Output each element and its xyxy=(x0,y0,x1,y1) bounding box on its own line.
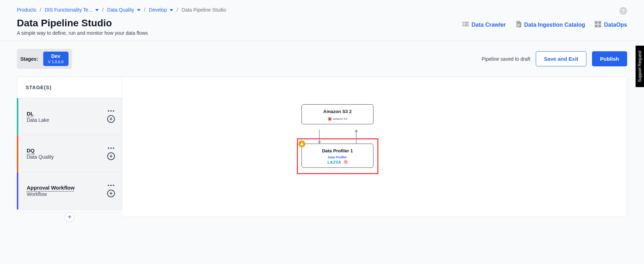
svg-rect-9 xyxy=(595,21,598,24)
warning-icon xyxy=(298,140,305,147)
list-icon xyxy=(462,22,469,28)
breadcrumb-dataquality[interactable]: Data Quality xyxy=(107,7,141,13)
stage-add-icon[interactable]: + xyxy=(107,152,115,160)
connector-arrow-down xyxy=(319,130,320,144)
publish-button[interactable]: Publish xyxy=(592,51,627,66)
stage-card-approval[interactable]: Approval Workflow Workflow + xyxy=(17,172,122,210)
dataops-link[interactable]: DataOps xyxy=(595,21,627,29)
svg-rect-5 xyxy=(464,25,469,26)
stage-name: Data Lake xyxy=(27,117,49,123)
data-crawler-link[interactable]: Data Crawler xyxy=(462,22,506,28)
breadcrumb-separator: / xyxy=(102,7,104,13)
stage-card-dl[interactable]: DL Data Lake + xyxy=(17,98,122,135)
sidebar-header: STAGE(S) xyxy=(17,77,122,98)
stage-more-icon[interactable] xyxy=(108,185,114,186)
breadcrumb-separator: / xyxy=(40,7,41,13)
svg-rect-1 xyxy=(464,22,469,23)
stage-code: Approval Workflow xyxy=(27,185,74,191)
stage-more-icon[interactable] xyxy=(108,110,114,112)
connector-arrow-up xyxy=(356,130,357,144)
stages-sidebar: STAGE(S) DL Data Lake + DQ Data Quality … xyxy=(17,77,122,217)
lazsa-logo-icon: LAZSA xyxy=(327,160,341,164)
node-subtitle: Data Profiler xyxy=(305,156,370,159)
stages-selector[interactable]: Stages: Dev V 1.0.0.0 xyxy=(17,49,72,69)
env-badge: Dev V 1.0.0.0 xyxy=(43,52,69,66)
help-icon[interactable]: ? xyxy=(619,7,627,15)
caret-down-icon xyxy=(170,9,173,11)
node-title: Amazon S3 2 xyxy=(305,109,370,114)
node-data-profiler[interactable]: Data Profiler 1 Data Profiler LAZSA xyxy=(301,144,373,168)
svg-rect-12 xyxy=(598,25,601,27)
grid-icon xyxy=(595,21,601,29)
svg-rect-4 xyxy=(462,25,464,26)
stage-name: Data Quality xyxy=(27,154,54,160)
svg-rect-11 xyxy=(595,25,598,27)
svg-rect-0 xyxy=(462,22,464,23)
stages-label: Stages: xyxy=(20,56,38,62)
support-request-tab[interactable]: Support Request xyxy=(636,46,644,87)
breadcrumb: Products / DIS Functionality Te... / Dat… xyxy=(17,7,226,13)
breadcrumb-separator: / xyxy=(144,7,145,13)
stage-name: Workflow xyxy=(27,191,74,197)
node-title: Data Profiler 1 xyxy=(305,148,370,153)
breadcrumb-products[interactable]: Products xyxy=(17,7,36,13)
stage-code: DQ xyxy=(27,147,54,153)
status-dot-icon xyxy=(343,159,348,164)
page-title: Data Pipeline Studio xyxy=(17,18,226,29)
save-and-exit-button[interactable]: Save and Exit xyxy=(536,51,586,66)
add-stage-button[interactable]: + xyxy=(65,212,74,222)
stage-add-icon[interactable]: + xyxy=(107,190,115,197)
svg-rect-8 xyxy=(517,26,519,27)
data-ingestion-catalog-link[interactable]: Data Ingestion Catalog xyxy=(516,21,585,29)
pipeline-canvas[interactable]: Amazon S3 2 ▣ amazon S3 Data Profiler 1 … xyxy=(122,77,627,217)
breadcrumb-separator: / xyxy=(177,7,178,13)
page-subtitle: A simple way to define, run and monitor … xyxy=(17,30,226,36)
svg-rect-7 xyxy=(517,25,520,26)
breadcrumb-develop[interactable]: Develop xyxy=(149,7,173,13)
svg-rect-6 xyxy=(517,24,520,25)
svg-rect-2 xyxy=(462,24,464,25)
stage-card-dq[interactable]: DQ Data Quality + xyxy=(17,135,122,172)
aws-s3-icon: ▣ amazon S3 xyxy=(305,116,370,121)
svg-rect-3 xyxy=(464,24,469,25)
stage-add-icon[interactable]: + xyxy=(107,115,115,123)
caret-down-icon xyxy=(137,9,141,11)
breadcrumb-current: Data Pipeline Studio xyxy=(182,7,226,13)
document-icon xyxy=(516,21,521,29)
node-amazon-s3[interactable]: Amazon S3 2 ▣ amazon S3 xyxy=(301,104,373,124)
stage-more-icon[interactable] xyxy=(108,147,114,149)
stage-code: DL xyxy=(27,111,49,117)
breadcrumb-project[interactable]: DIS Functionality Te... xyxy=(45,7,99,13)
svg-rect-10 xyxy=(598,21,601,24)
caret-down-icon xyxy=(95,9,99,11)
pipeline-status: Pipeline saved to draft xyxy=(482,56,531,62)
